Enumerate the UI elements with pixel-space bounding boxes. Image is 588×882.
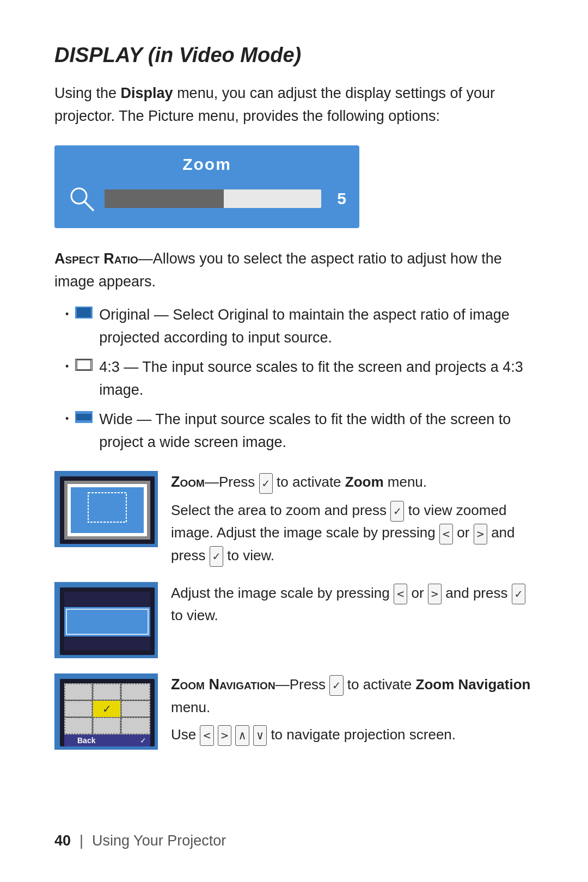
aspect-ratio-description: Aspect Ratio—Allows you to select the as… bbox=[54, 248, 534, 293]
zoom-nav-line2: Use < > ∧ ∨ to navigate projection scree… bbox=[171, 724, 534, 746]
check-kbd4: ✓ bbox=[512, 584, 525, 604]
zoom-slider-remainder bbox=[224, 189, 321, 208]
wide-icon bbox=[75, 411, 93, 423]
right-kbd3: > bbox=[218, 725, 231, 746]
footer-separator: | bbox=[79, 832, 83, 849]
zoom-value: 5 bbox=[330, 189, 346, 208]
left-kbd: < bbox=[439, 524, 453, 544]
zoom-nav-line1: Zoom Navigation—Press ✓ to activate Zoom… bbox=[171, 673, 534, 718]
svg-rect-8 bbox=[76, 414, 91, 420]
footer-page-number: 40 bbox=[54, 832, 71, 849]
aspect-ratio-list: • Original — Select Original to maintain… bbox=[65, 304, 534, 454]
zoom-nav-label: Zoom Navigation bbox=[171, 676, 275, 693]
down-kbd: ∨ bbox=[253, 725, 267, 746]
four-three-icon bbox=[75, 359, 93, 371]
zoom-ui-box: Zoom 5 bbox=[54, 145, 359, 228]
check-kbd2: ✓ bbox=[390, 501, 404, 522]
page-footer: 40 | Using Your Projector bbox=[54, 832, 534, 849]
bullet-dot: • bbox=[65, 307, 69, 322]
list-item: • Original — Select Original to maintain… bbox=[65, 304, 534, 350]
magnifier-icon bbox=[68, 185, 96, 213]
up-kbd: ∧ bbox=[235, 725, 249, 746]
zoom-line1: Zoom—Press ✓ to activate Zoom menu. bbox=[171, 471, 534, 494]
svg-text:✓: ✓ bbox=[102, 703, 112, 715]
bullet-text-original: Original — Select Original to maintain t… bbox=[99, 304, 534, 350]
bullet-text-43: 4:3 — The input source scales to fit the… bbox=[99, 356, 534, 402]
svg-rect-4 bbox=[77, 308, 91, 317]
svg-rect-13 bbox=[71, 487, 144, 533]
svg-rect-20 bbox=[64, 592, 150, 607]
zoom-screen-image bbox=[54, 471, 158, 547]
zoom-box-row: 5 bbox=[68, 185, 346, 213]
zoom-nav-text: Zoom Navigation—Press ✓ to activate Zoom… bbox=[171, 673, 534, 746]
footer-label: Using Your Projector bbox=[92, 832, 226, 849]
aspect-ratio-emdash: — bbox=[138, 250, 153, 267]
svg-line-1 bbox=[84, 201, 93, 210]
svg-rect-6 bbox=[77, 360, 91, 370]
zoom-adjust-text: Adjust the image scale by pressing < or … bbox=[171, 582, 534, 626]
aspect-ratio-label: Aspect Ratio bbox=[54, 250, 138, 267]
original-icon bbox=[75, 307, 93, 318]
bullet-dot: • bbox=[65, 412, 69, 427]
zoom-line2: Select the area to zoom and press ✓ to v… bbox=[171, 499, 534, 567]
zoom-nav-image: ✓ Back ✓ bbox=[54, 673, 158, 750]
zoom-slider-fill bbox=[105, 189, 224, 208]
svg-rect-18 bbox=[64, 607, 150, 636]
zoom-label: Zoom bbox=[171, 474, 205, 490]
check-kbd: ✓ bbox=[259, 473, 273, 494]
bullet-text-wide: Wide — The input source scales to fit th… bbox=[99, 408, 534, 454]
left-kbd3: < bbox=[200, 725, 213, 746]
left-kbd2: < bbox=[394, 584, 407, 604]
zoom-adjust-row: Adjust the image scale by pressing < or … bbox=[54, 582, 534, 658]
list-item: • Wide — The input source scales to fit … bbox=[65, 408, 534, 454]
svg-text:Back: Back bbox=[77, 736, 96, 745]
right-kbd2: > bbox=[428, 584, 442, 604]
zoom-box-title: Zoom bbox=[68, 155, 346, 174]
svg-rect-21 bbox=[64, 636, 150, 651]
right-kbd: > bbox=[474, 524, 487, 544]
zoom-slider-track[interactable] bbox=[105, 189, 321, 208]
zoom-feature-row: Zoom—Press ✓ to activate Zoom menu. Sele… bbox=[54, 471, 534, 566]
list-item: • 4:3 — The input source scales to fit t… bbox=[65, 356, 534, 402]
check-kbd3: ✓ bbox=[210, 546, 223, 567]
zoom-adjust-line: Adjust the image scale by pressing < or … bbox=[171, 582, 534, 626]
svg-text:✓: ✓ bbox=[140, 736, 146, 745]
check-kbd5: ✓ bbox=[329, 675, 343, 696]
zoom-nav-row: ✓ Back ✓ Zoom Navigation—Press ✓ to acti… bbox=[54, 673, 534, 750]
zoom-bar-image bbox=[54, 582, 158, 658]
intro-text: Using the Display menu, you can adjust t… bbox=[54, 82, 534, 128]
zoom-feature-text: Zoom—Press ✓ to activate Zoom menu. Sele… bbox=[171, 471, 534, 566]
page-title: DISPLAY (in Video Mode) bbox=[54, 44, 534, 67]
bullet-dot: • bbox=[65, 359, 69, 375]
